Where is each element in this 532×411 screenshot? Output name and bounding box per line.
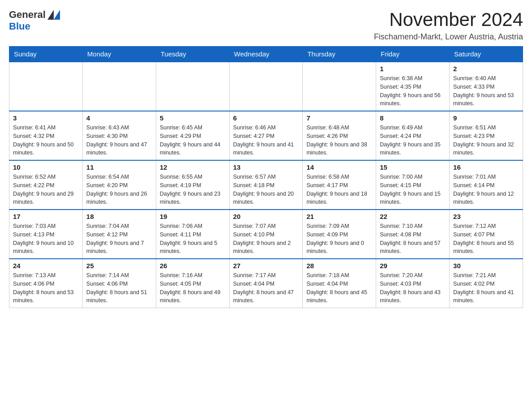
day-info: Sunrise: 6:38 AM Sunset: 4:35 PM Dayligh…	[380, 74, 446, 108]
day-number: 5	[160, 114, 226, 122]
day-info: Sunrise: 6:46 AM Sunset: 4:27 PM Dayligh…	[233, 124, 299, 157]
weekday-header-tuesday: Tuesday	[156, 47, 229, 62]
day-info: Sunrise: 7:21 AM Sunset: 4:02 PM Dayligh…	[453, 271, 519, 305]
day-number: 24	[13, 262, 79, 270]
day-info: Sunrise: 7:12 AM Sunset: 4:07 PM Dayligh…	[453, 222, 519, 256]
weekday-header-saturday: Saturday	[450, 47, 523, 62]
calendar-cell: 1Sunrise: 6:38 AM Sunset: 4:35 PM Daylig…	[376, 62, 450, 111]
day-number: 7	[306, 114, 372, 122]
calendar-table: SundayMondayTuesdayWednesdayThursdayFrid…	[9, 46, 523, 308]
day-info: Sunrise: 7:03 AM Sunset: 4:13 PM Dayligh…	[13, 222, 79, 256]
calendar-cell	[229, 62, 303, 111]
day-number: 26	[160, 262, 226, 270]
logo-graphic	[47, 10, 60, 20]
day-number: 28	[306, 262, 372, 270]
day-info: Sunrise: 6:54 AM Sunset: 4:20 PM Dayligh…	[86, 173, 152, 206]
day-info: Sunrise: 7:01 AM Sunset: 4:14 PM Dayligh…	[453, 173, 519, 206]
day-info: Sunrise: 6:52 AM Sunset: 4:22 PM Dayligh…	[13, 173, 79, 206]
day-info: Sunrise: 6:43 AM Sunset: 4:30 PM Dayligh…	[86, 124, 152, 157]
day-info: Sunrise: 7:09 AM Sunset: 4:09 PM Dayligh…	[306, 222, 372, 256]
week-row-3: 10Sunrise: 6:52 AM Sunset: 4:22 PM Dayli…	[9, 160, 523, 210]
calendar-cell	[82, 62, 156, 111]
calendar-cell: 5Sunrise: 6:45 AM Sunset: 4:29 PM Daylig…	[156, 111, 229, 160]
day-number: 17	[13, 213, 79, 220]
calendar-cell: 29Sunrise: 7:20 AM Sunset: 4:03 PM Dayli…	[376, 259, 450, 308]
day-info: Sunrise: 7:10 AM Sunset: 4:08 PM Dayligh…	[380, 222, 446, 256]
weekday-header-thursday: Thursday	[303, 47, 376, 62]
calendar-cell: 10Sunrise: 6:52 AM Sunset: 4:22 PM Dayli…	[9, 160, 83, 210]
day-number: 11	[86, 163, 152, 171]
day-info: Sunrise: 6:57 AM Sunset: 4:18 PM Dayligh…	[233, 173, 299, 206]
day-number: 22	[380, 213, 446, 220]
calendar-cell: 11Sunrise: 6:54 AM Sunset: 4:20 PM Dayli…	[82, 160, 156, 210]
day-info: Sunrise: 7:17 AM Sunset: 4:04 PM Dayligh…	[233, 271, 299, 305]
day-info: Sunrise: 7:00 AM Sunset: 4:15 PM Dayligh…	[380, 173, 446, 206]
logo-blue-text: Blue	[9, 21, 30, 32]
calendar-cell: 17Sunrise: 7:03 AM Sunset: 4:13 PM Dayli…	[9, 210, 83, 259]
svg-marker-0	[47, 10, 54, 20]
day-info: Sunrise: 6:40 AM Sunset: 4:33 PM Dayligh…	[453, 74, 519, 108]
day-number: 16	[453, 163, 519, 171]
svg-marker-1	[54, 10, 60, 20]
calendar-cell: 6Sunrise: 6:46 AM Sunset: 4:27 PM Daylig…	[229, 111, 303, 160]
day-number: 13	[233, 163, 299, 171]
week-row-1: 1Sunrise: 6:38 AM Sunset: 4:35 PM Daylig…	[9, 62, 523, 111]
calendar-cell: 20Sunrise: 7:07 AM Sunset: 4:10 PM Dayli…	[229, 210, 303, 259]
calendar-cell: 24Sunrise: 7:13 AM Sunset: 4:06 PM Dayli…	[9, 259, 83, 308]
day-number: 30	[453, 262, 519, 270]
calendar-cell: 27Sunrise: 7:17 AM Sunset: 4:04 PM Dayli…	[229, 259, 303, 308]
day-info: Sunrise: 7:04 AM Sunset: 4:12 PM Dayligh…	[86, 222, 152, 256]
day-info: Sunrise: 7:06 AM Sunset: 4:11 PM Dayligh…	[160, 222, 226, 256]
week-row-4: 17Sunrise: 7:03 AM Sunset: 4:13 PM Dayli…	[9, 210, 523, 259]
logo: General Blue	[9, 9, 60, 32]
day-info: Sunrise: 7:13 AM Sunset: 4:06 PM Dayligh…	[13, 271, 79, 305]
calendar-cell: 26Sunrise: 7:16 AM Sunset: 4:05 PM Dayli…	[156, 259, 229, 308]
weekday-header-sunday: Sunday	[9, 47, 83, 62]
calendar-cell: 9Sunrise: 6:51 AM Sunset: 4:23 PM Daylig…	[450, 111, 523, 160]
weekday-header-wednesday: Wednesday	[229, 47, 303, 62]
calendar-cell: 7Sunrise: 6:48 AM Sunset: 4:26 PM Daylig…	[303, 111, 376, 160]
day-number: 23	[453, 213, 519, 220]
calendar-cell: 12Sunrise: 6:55 AM Sunset: 4:19 PM Dayli…	[156, 160, 229, 210]
calendar-cell: 13Sunrise: 6:57 AM Sunset: 4:18 PM Dayli…	[229, 160, 303, 210]
month-title: November 2024	[374, 9, 523, 30]
day-number: 6	[233, 114, 299, 122]
page-header: General Blue November 2024 Fischamend-Ma…	[9, 9, 523, 42]
weekday-header-monday: Monday	[82, 47, 156, 62]
day-info: Sunrise: 6:58 AM Sunset: 4:17 PM Dayligh…	[306, 173, 372, 206]
calendar-cell: 8Sunrise: 6:49 AM Sunset: 4:24 PM Daylig…	[376, 111, 450, 160]
day-number: 18	[86, 213, 152, 220]
weekday-header-friday: Friday	[376, 47, 450, 62]
day-number: 29	[380, 262, 446, 270]
calendar-cell: 28Sunrise: 7:18 AM Sunset: 4:04 PM Dayli…	[303, 259, 376, 308]
calendar-cell: 4Sunrise: 6:43 AM Sunset: 4:30 PM Daylig…	[82, 111, 156, 160]
week-row-5: 24Sunrise: 7:13 AM Sunset: 4:06 PM Dayli…	[9, 259, 523, 308]
day-info: Sunrise: 7:18 AM Sunset: 4:04 PM Dayligh…	[306, 271, 372, 305]
calendar-cell: 22Sunrise: 7:10 AM Sunset: 4:08 PM Dayli…	[376, 210, 450, 259]
calendar-cell: 16Sunrise: 7:01 AM Sunset: 4:14 PM Dayli…	[450, 160, 523, 210]
day-info: Sunrise: 7:07 AM Sunset: 4:10 PM Dayligh…	[233, 222, 299, 256]
day-number: 1	[380, 65, 446, 73]
day-number: 27	[233, 262, 299, 270]
day-number: 14	[306, 163, 372, 171]
calendar-cell: 23Sunrise: 7:12 AM Sunset: 4:07 PM Dayli…	[450, 210, 523, 259]
calendar-cell	[156, 62, 229, 111]
day-number: 12	[160, 163, 226, 171]
day-number: 20	[233, 213, 299, 220]
day-info: Sunrise: 6:49 AM Sunset: 4:24 PM Dayligh…	[380, 124, 446, 157]
day-number: 8	[380, 114, 446, 122]
calendar-cell: 18Sunrise: 7:04 AM Sunset: 4:12 PM Dayli…	[82, 210, 156, 259]
day-number: 19	[160, 213, 226, 220]
day-number: 21	[306, 213, 372, 220]
calendar-cell: 19Sunrise: 7:06 AM Sunset: 4:11 PM Dayli…	[156, 210, 229, 259]
calendar-cell: 3Sunrise: 6:41 AM Sunset: 4:32 PM Daylig…	[9, 111, 83, 160]
day-info: Sunrise: 6:41 AM Sunset: 4:32 PM Dayligh…	[13, 124, 79, 157]
calendar-cell: 2Sunrise: 6:40 AM Sunset: 4:33 PM Daylig…	[450, 62, 523, 111]
day-number: 2	[453, 65, 519, 73]
day-info: Sunrise: 7:16 AM Sunset: 4:05 PM Dayligh…	[160, 271, 226, 305]
week-row-2: 3Sunrise: 6:41 AM Sunset: 4:32 PM Daylig…	[9, 111, 523, 160]
calendar-cell: 30Sunrise: 7:21 AM Sunset: 4:02 PM Dayli…	[450, 259, 523, 308]
day-number: 4	[86, 114, 152, 122]
day-info: Sunrise: 7:20 AM Sunset: 4:03 PM Dayligh…	[380, 271, 446, 305]
day-number: 3	[13, 114, 79, 122]
